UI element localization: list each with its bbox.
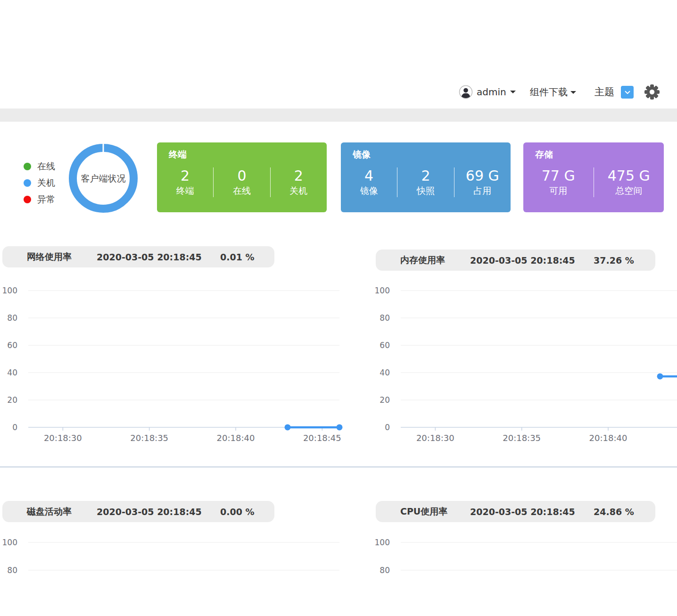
svg-text:20:18:35: 20:18:35 <box>503 433 541 443</box>
svg-text:100: 100 <box>2 286 17 295</box>
theme-label: 主题 <box>594 85 614 99</box>
client-status-legend: 在线 关机 异常 <box>24 160 55 206</box>
legend-label: 在线 <box>37 160 55 173</box>
stat-value: 2 <box>157 167 213 184</box>
chart-header-network: 网络使用率 2020-03-05 20:18:45 0.01 % <box>2 246 274 267</box>
svg-text:80: 80 <box>7 313 17 323</box>
theme-dropdown-button[interactable] <box>621 86 634 99</box>
chart-title: 内存使用率 <box>400 254 470 266</box>
stat-value: 4 <box>341 167 397 184</box>
chart-disk-plot: 020406080100 <box>0 530 344 585</box>
card-stat: 2 关机 <box>270 167 327 197</box>
card-terminal: 终端 2 终端 0 在线 2 关机 <box>157 142 327 212</box>
svg-text:0: 0 <box>12 423 17 432</box>
legend-item-shutdown[interactable]: 关机 <box>24 177 55 189</box>
settings-gear-icon[interactable] <box>644 84 660 100</box>
chart-cpu-plot: 020406080100 <box>372 530 677 585</box>
svg-text:80: 80 <box>380 313 390 323</box>
chart-value: 24.86 % <box>594 507 634 517</box>
svg-text:100: 100 <box>375 286 390 295</box>
stat-label: 在线 <box>214 184 270 197</box>
card-storage: 存储 77 G 可用 475 G 总空间 <box>523 142 664 212</box>
chart-network-plot: 02040608010020:18:3020:18:3520:18:4020:1… <box>0 278 344 448</box>
svg-text:80: 80 <box>7 566 17 575</box>
svg-text:20:18:35: 20:18:35 <box>130 433 168 443</box>
stat-value: 2 <box>271 167 327 184</box>
section-divider <box>0 466 677 467</box>
legend-dot <box>24 179 31 187</box>
stat-value: 69 G <box>454 167 511 184</box>
stat-value: 2 <box>397 167 454 184</box>
svg-text:80: 80 <box>380 566 390 575</box>
svg-text:40: 40 <box>380 368 390 377</box>
dashboard-page: admin 组件下载 主题 在线 <box>0 0 677 616</box>
card-stat: 2 终端 <box>157 167 213 197</box>
chart-title: 网络使用率 <box>27 251 97 263</box>
svg-text:100: 100 <box>375 538 390 547</box>
svg-text:20:18:40: 20:18:40 <box>217 433 255 443</box>
chevron-down-icon <box>510 91 516 96</box>
stat-label: 占用 <box>454 184 511 197</box>
card-stat: 4 镜像 <box>341 167 397 197</box>
svg-text:40: 40 <box>7 368 17 377</box>
chart-datetime: 2020-03-05 20:18:45 <box>97 252 220 262</box>
stat-label: 总空间 <box>594 184 664 197</box>
card-title: 终端 <box>157 142 327 161</box>
stat-value: 77 G <box>523 167 594 184</box>
legend-label: 关机 <box>37 177 55 189</box>
card-stats: 2 终端 0 在线 2 关机 <box>157 167 327 197</box>
stat-label: 快照 <box>397 184 454 197</box>
legend-item-abnormal[interactable]: 异常 <box>24 193 55 206</box>
card-stats: 4 镜像 2 快照 69 G 占用 <box>341 167 511 197</box>
username: admin <box>477 86 506 98</box>
legend-label: 异常 <box>37 193 55 206</box>
chart-memory-plot: 02040608010020:18:3020:18:3520:18:40 <box>372 278 677 448</box>
chart-value: 0.00 % <box>220 507 255 517</box>
legend-dot <box>24 163 31 170</box>
card-stats: 77 G 可用 475 G 总空间 <box>523 167 664 197</box>
stat-label: 镜像 <box>341 184 397 197</box>
legend-item-online[interactable]: 在线 <box>24 160 55 173</box>
chart-title: 磁盘活动率 <box>27 506 97 518</box>
svg-text:20:18:45: 20:18:45 <box>303 433 341 443</box>
svg-text:60: 60 <box>7 341 17 350</box>
card-image: 镜像 4 镜像 2 快照 69 G 占用 <box>341 142 511 212</box>
card-title: 存储 <box>523 142 664 161</box>
chart-datetime: 2020-03-05 20:18:45 <box>470 255 594 266</box>
card-stat: 2 快照 <box>397 167 454 197</box>
stat-label: 可用 <box>523 184 594 197</box>
components-download-label: 组件下载 <box>530 86 568 99</box>
stat-label: 终端 <box>157 184 213 197</box>
svg-text:100: 100 <box>2 538 17 547</box>
client-status-donut: 客户端状况 <box>69 144 138 213</box>
svg-text:0: 0 <box>385 423 390 432</box>
chart-value: 37.26 % <box>594 255 634 266</box>
card-stat: 475 G 总空间 <box>594 167 664 197</box>
card-stat: 77 G 可用 <box>523 167 594 197</box>
svg-text:20:18:30: 20:18:30 <box>44 433 82 443</box>
chart-header-disk: 磁盘活动率 2020-03-05 20:18:45 0.00 % <box>2 501 274 522</box>
user-menu[interactable]: admin <box>459 85 516 99</box>
donut-center-label: 客户端状况 <box>81 173 126 183</box>
svg-text:20:18:30: 20:18:30 <box>416 433 454 443</box>
chevron-down-icon <box>623 88 632 97</box>
chart-header-memory: 内存使用率 2020-03-05 20:18:45 37.26 % <box>376 250 655 271</box>
chart-header-cpu: CPU使用率 2020-03-05 20:18:45 24.86 % <box>376 501 655 522</box>
chart-datetime: 2020-03-05 20:18:45 <box>97 507 220 517</box>
svg-text:20: 20 <box>7 395 17 405</box>
header-divider-bar <box>0 108 677 122</box>
stat-value: 0 <box>214 167 270 184</box>
chart-title: CPU使用率 <box>400 506 470 518</box>
svg-text:60: 60 <box>380 341 390 350</box>
stat-value: 475 G <box>594 167 664 184</box>
chart-datetime: 2020-03-05 20:18:45 <box>470 507 594 517</box>
components-download-menu[interactable]: 组件下载 <box>530 86 576 99</box>
user-avatar-icon <box>459 85 473 99</box>
svg-text:20: 20 <box>380 395 390 405</box>
chevron-down-icon <box>570 91 576 97</box>
card-title: 镜像 <box>341 142 511 161</box>
card-stat: 69 G 占用 <box>454 167 511 197</box>
legend-dot <box>24 196 31 203</box>
stat-label: 关机 <box>271 184 327 197</box>
card-stat: 0 在线 <box>213 167 270 197</box>
